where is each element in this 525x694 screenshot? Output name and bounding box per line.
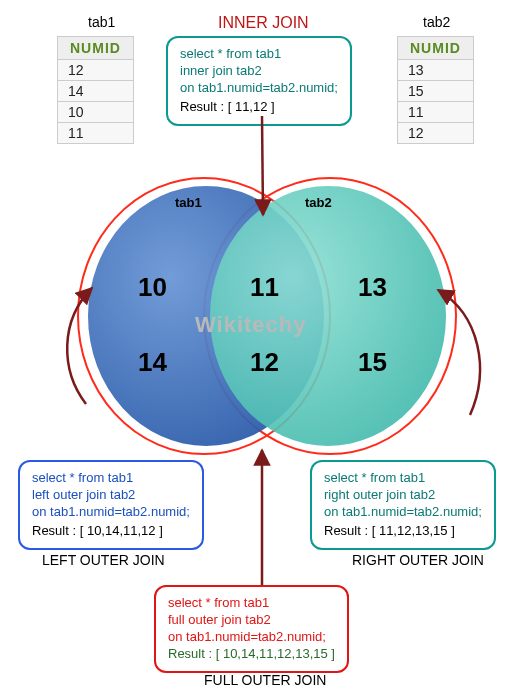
query-line: on tab1.numid=tab2.numid; xyxy=(168,629,335,646)
venn-right-label: tab2 xyxy=(305,195,332,210)
venn-value: 11 xyxy=(250,272,279,303)
query-result: Result : [ 10,14,11,12,13,15 ] xyxy=(168,646,335,663)
full-outer-bubble: select * from tab1 full outer join tab2 … xyxy=(154,585,349,673)
query-result: Result : [ 11,12,13,15 ] xyxy=(324,523,482,540)
query-line: on tab1.numid=tab2.numid; xyxy=(324,504,482,521)
query-line: right outer join tab2 xyxy=(324,487,482,504)
svg-line-4 xyxy=(262,116,263,215)
query-line: select * from tab1 xyxy=(168,595,335,612)
diagram-stage: tab1 INNER JOIN tab2 NUMID 12 14 10 11 N… xyxy=(0,0,525,694)
venn-value: 15 xyxy=(358,347,387,378)
query-line: on tab1.numid=tab2.numid; xyxy=(32,504,190,521)
venn-value: 10 xyxy=(138,272,167,303)
right-outer-title: RIGHT OUTER JOIN xyxy=(352,552,484,568)
left-outer-bubble: select * from tab1 left outer join tab2 … xyxy=(18,460,204,550)
venn-value: 14 xyxy=(138,347,167,378)
venn-value: 12 xyxy=(250,347,279,378)
query-result: Result : [ 10,14,11,12 ] xyxy=(32,523,190,540)
full-outer-title: FULL OUTER JOIN xyxy=(204,672,326,688)
query-line: left outer join tab2 xyxy=(32,487,190,504)
venn-left-label: tab1 xyxy=(175,195,202,210)
right-outer-bubble: select * from tab1 right outer join tab2… xyxy=(310,460,496,550)
query-line: select * from tab1 xyxy=(324,470,482,487)
watermark: Wikitechy xyxy=(195,312,307,338)
left-outer-title: LEFT OUTER JOIN xyxy=(42,552,165,568)
venn-value: 13 xyxy=(358,272,387,303)
query-line: full outer join tab2 xyxy=(168,612,335,629)
query-line: select * from tab1 xyxy=(32,470,190,487)
